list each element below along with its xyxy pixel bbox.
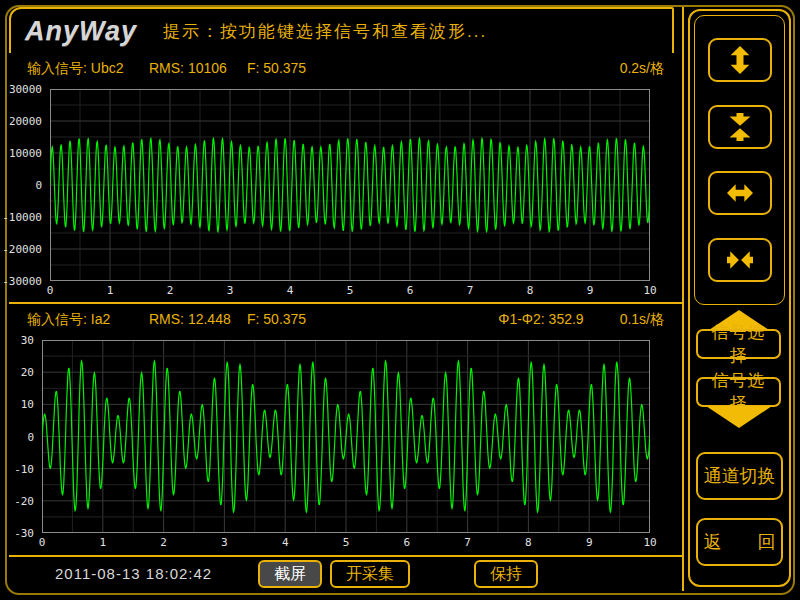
main-sidebar-divider [682,7,684,591]
zoom-button-group [694,15,785,305]
x-tick-label: 4 [280,284,300,297]
input-signal-label: 输入信号: Ubc2 [27,60,149,80]
y-tick-label: 30000 [0,83,42,96]
y-tick-label: 0 [0,431,34,444]
input-signal-label: 输入信号: Ia2 [27,311,149,331]
y-tick-label: -20000 [0,243,42,256]
x-tick-label: 10 [640,284,660,297]
y-axis-labels: 3020100-10-20-30 [0,340,38,533]
x-axis-labels: 012345678910 [42,533,650,549]
y-tick-label: 30 [0,334,34,347]
brand-logo: AnyWay [25,16,137,47]
frequency-value: F: 50.375 [247,60,306,80]
hold-button[interactable]: 保持 [474,560,538,588]
x-tick-label: 7 [458,536,478,549]
sidebar: 信号选择 信号选择 通道切换 返 回 [688,9,791,587]
x-tick-label: 1 [100,284,120,297]
x-tick-label: 9 [579,536,599,549]
timebase-value: 0.1s/格 [620,311,664,331]
phase-difference-value: Φ1-Φ2: 352.9 [498,311,583,331]
hint-text: 提示：按功能键选择信号和查看波形... [163,20,487,43]
frequency-value: F: 50.375 [247,311,306,331]
signal-select-down-button[interactable]: 信号选择 [696,377,781,407]
arrows-compress-vertical-icon [725,113,755,141]
status-bar: 2011-08-13 18:02:42 截屏 开采集 保持 [9,557,682,591]
x-tick-label: 8 [520,284,540,297]
arrows-compress-horizontal-icon [724,247,756,273]
x-tick-label: 6 [397,536,417,549]
signal-select-down-arrow-icon [706,406,772,428]
waveform-panel-ubc2: 输入信号: Ubc2 RMS: 10106 F: 50.375 0.2s/格 3… [9,53,682,302]
x-tick-label: 3 [220,284,240,297]
waveform-chart-ubc2 [50,89,650,281]
y-tick-label: 20 [0,366,34,379]
y-tick-label: 10000 [0,147,42,160]
return-button[interactable]: 返 回 [696,518,783,566]
start-acquisition-button[interactable]: 开采集 [330,560,410,588]
header-bar: AnyWay 提示：按功能键选择信号和查看波形... [9,7,674,55]
x-tick-label: 8 [518,536,538,549]
y-tick-label: -20 [0,495,34,508]
x-tick-label: 7 [460,284,480,297]
panel-header-ubc2: 输入信号: Ubc2 RMS: 10106 F: 50.375 0.2s/格 [27,60,664,80]
y-tick-label: 20000 [0,115,42,128]
timebase-value: 0.2s/格 [620,60,664,80]
channel-switch-button[interactable]: 通道切换 [696,452,783,500]
horizontal-compress-button[interactable] [708,238,772,282]
y-axis-labels: 3000020000100000-10000-20000-30000 [2,89,46,281]
datetime-text: 2011-08-13 18:02:42 [55,565,212,582]
x-tick-label: 0 [40,284,60,297]
x-tick-label: 10 [640,536,660,549]
vertical-compress-button[interactable] [708,105,772,149]
x-tick-label: 2 [154,536,174,549]
signal-select-up-button[interactable]: 信号选择 [696,329,781,359]
y-tick-label: -10000 [0,211,42,224]
panel-header-ia2: 输入信号: Ia2 RMS: 12.448 F: 50.375 Φ1-Φ2: 3… [27,311,664,331]
x-tick-label: 3 [214,536,234,549]
x-tick-label: 2 [160,284,180,297]
x-tick-label: 6 [400,284,420,297]
horizontal-expand-button[interactable] [708,171,772,215]
x-tick-label: 1 [93,536,113,549]
x-axis-labels: 012345678910 [50,281,650,297]
x-tick-label: 0 [32,536,52,549]
x-tick-label: 5 [336,536,356,549]
arrows-expand-vertical-icon [725,46,755,74]
x-tick-label: 9 [580,284,600,297]
x-tick-label: 5 [340,284,360,297]
y-tick-label: 10 [0,398,34,411]
plot-area-ia2: 3020100-10-20-30 012345678910 [42,340,650,533]
rms-value: RMS: 12.448 [149,311,247,331]
waveform-chart-ia2 [42,340,650,533]
rms-value: RMS: 10106 [149,60,247,80]
plot-area-ubc2: 3000020000100000-10000-20000-30000 01234… [50,89,650,281]
screenshot-button[interactable]: 截屏 [258,560,322,588]
waveform-panel-ia2: 输入信号: Ia2 RMS: 12.448 F: 50.375 Φ1-Φ2: 3… [9,304,682,555]
x-tick-label: 4 [275,536,295,549]
y-tick-label: -30 [0,527,34,540]
vertical-expand-button[interactable] [708,38,772,82]
y-tick-label: 0 [0,179,42,192]
y-tick-label: -10 [0,463,34,476]
y-tick-label: -30000 [0,275,42,288]
arrows-expand-horizontal-icon [724,180,756,206]
